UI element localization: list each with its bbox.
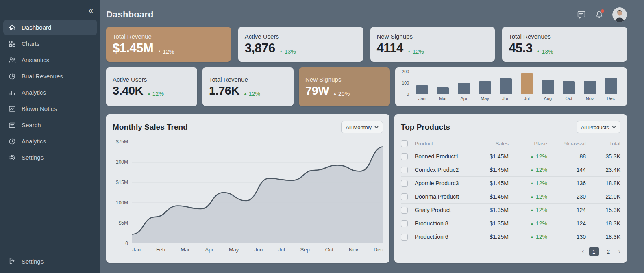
top-products-filter-select[interactable]: All Products	[577, 121, 620, 133]
bar	[584, 81, 596, 94]
table-body: Bonned Product1$1.45M▲12%8835.3KComdex P…	[401, 150, 620, 243]
plase-cell: ▲12%	[509, 234, 547, 240]
sidebar-item-dashboard[interactable]: Dashboard	[3, 20, 97, 35]
mini-chart-x-tick: Aug	[537, 96, 559, 101]
triangle-up-icon: ▲	[530, 155, 534, 158]
plase-value: 12%	[536, 220, 547, 227]
sidebar-item-label: Charts	[22, 40, 39, 47]
triangle-up-icon: ▲	[530, 168, 534, 172]
stat-value-row: 4114▲12%	[377, 41, 489, 56]
sidebar-item-label: Dashboard	[22, 24, 51, 31]
stat-delta-value: 12%	[163, 48, 174, 55]
stat-delta-value: 13%	[542, 48, 553, 55]
sidebar-item-label: Settings	[22, 154, 44, 161]
triangle-up-icon: ▲	[333, 92, 337, 95]
stat-card-label: New Signups	[305, 76, 383, 83]
table-row: Producttion 6$1.25M▲12%13018.3K	[401, 230, 620, 243]
page-title: Dashboard	[106, 9, 154, 20]
pagination-page-1[interactable]: 1	[589, 247, 599, 256]
sidebar-item-search[interactable]: Search	[3, 117, 97, 132]
bell-icon[interactable]	[594, 10, 604, 20]
sales-trend-filter-select[interactable]: All Monthly	[341, 121, 383, 133]
plase-value: 12%	[536, 180, 547, 186]
stat-card-delta: ▲13%	[537, 48, 553, 55]
pct-cell: 136	[547, 180, 586, 186]
plase-value: 12%	[536, 167, 547, 173]
plase-cell: ▲12%	[509, 153, 547, 160]
stat-card-delta: ▲13%	[279, 48, 296, 55]
line-chart-icon	[8, 105, 16, 113]
mini-chart-x-tick: Mar	[433, 96, 454, 101]
column-header-sales: Sales	[468, 141, 509, 147]
product-name-cell: Bonned Product1	[415, 153, 468, 160]
trend-y-tick: $5M	[119, 220, 128, 226]
row-checkbox[interactable]	[401, 180, 408, 187]
sidebar-item-blown-notics[interactable]: Blown Notics	[3, 101, 97, 116]
select-all-checkbox[interactable]	[401, 140, 408, 147]
stat-card-delta: ▲12%	[157, 48, 174, 55]
sales-cell: $1.45M	[468, 167, 509, 173]
sidebar-item-label: Analytics	[22, 138, 46, 145]
stat-card-value: $1.45M	[113, 41, 153, 56]
sales-trend-title: Monthly Sales Trend	[113, 123, 188, 132]
sidebar-item-charts[interactable]: Charts	[3, 36, 97, 51]
trend-area-svg	[132, 142, 383, 243]
column-header-total: Total	[586, 141, 620, 147]
mini-chart-y-tick: 100	[402, 80, 409, 85]
stat-value-row: 45.3▲13%	[509, 41, 620, 56]
avatar[interactable]	[612, 7, 627, 22]
sidebar-item-analytics[interactable]: Analytics	[3, 134, 97, 149]
pagination-prev-icon[interactable]: ‹	[582, 248, 584, 255]
sidebar-item-settings[interactable]: Settings	[3, 150, 97, 165]
sales-cell: $1.45M	[468, 180, 509, 186]
pagination: ‹12›	[401, 243, 620, 256]
trend-x-tick: Oct	[325, 247, 333, 253]
row-checkbox[interactable]	[401, 153, 408, 160]
mini-chart-y-axis: 2001000	[400, 72, 411, 94]
sidebar-item-label: Ansiantics	[22, 56, 49, 63]
sidebar-item-analytics[interactable]: Analytics	[3, 85, 97, 100]
notification-badge	[601, 9, 604, 13]
total-cell: 15.3K	[586, 207, 620, 213]
trend-x-tick: May	[229, 247, 239, 253]
pagination-page-2[interactable]: 2	[604, 247, 614, 256]
chat-icon[interactable]	[577, 10, 586, 20]
bar	[500, 78, 512, 94]
plase-cell: ▲12%	[509, 220, 547, 227]
plase-value: 12%	[536, 193, 547, 200]
stat-card-value: 1.76K	[209, 84, 239, 98]
topbar: Dashboard	[106, 6, 627, 23]
trend-y-tick: 0	[125, 240, 128, 246]
logout-icon	[8, 257, 16, 266]
trend-x-tick: Sep	[300, 247, 310, 253]
plase-cell: ▲12%	[509, 180, 547, 186]
sidebar-collapse-icon[interactable]: «	[88, 6, 93, 14]
plase-cell: ▲12%	[509, 207, 547, 213]
sidebar-item-ansiantics[interactable]: Ansiantics	[3, 52, 97, 67]
sidebar-item-settings-footer[interactable]: Settings	[0, 249, 100, 273]
row-checkbox[interactable]	[401, 220, 408, 227]
row-checkbox[interactable]	[401, 193, 408, 200]
pagination-next-icon[interactable]: ›	[618, 248, 620, 255]
pct-cell: 124	[547, 207, 586, 213]
product-name-cell: Grialy Product	[415, 207, 468, 213]
bar	[521, 73, 533, 94]
pct-cell: 144	[547, 167, 586, 173]
total-cell: 35.3K	[586, 153, 620, 160]
stat-card-label: Active Users	[113, 76, 191, 83]
trend-x-tick: Apr	[205, 247, 213, 253]
stat-card-value: 3,876	[245, 41, 275, 56]
sidebar-item-bual-revenues[interactable]: Bual Revenues	[3, 69, 97, 84]
row-checkbox[interactable]	[401, 234, 408, 240]
trend-x-tick: Jul	[278, 247, 285, 253]
sales-cell: $1.45M	[468, 153, 509, 160]
top-products-filter-label: All Products	[581, 124, 609, 130]
mini-chart-x-tick: Apr	[453, 96, 474, 101]
row-checkbox[interactable]	[401, 207, 408, 214]
stat-card-value: 3.40K	[113, 84, 143, 98]
bar	[563, 81, 575, 94]
mini-chart-x-tick: Jan	[411, 96, 433, 101]
stat-value-row: 3,876▲13%	[245, 41, 357, 56]
row-checkbox[interactable]	[401, 167, 408, 173]
stat-value-row: 3.40K▲12%	[113, 84, 191, 98]
